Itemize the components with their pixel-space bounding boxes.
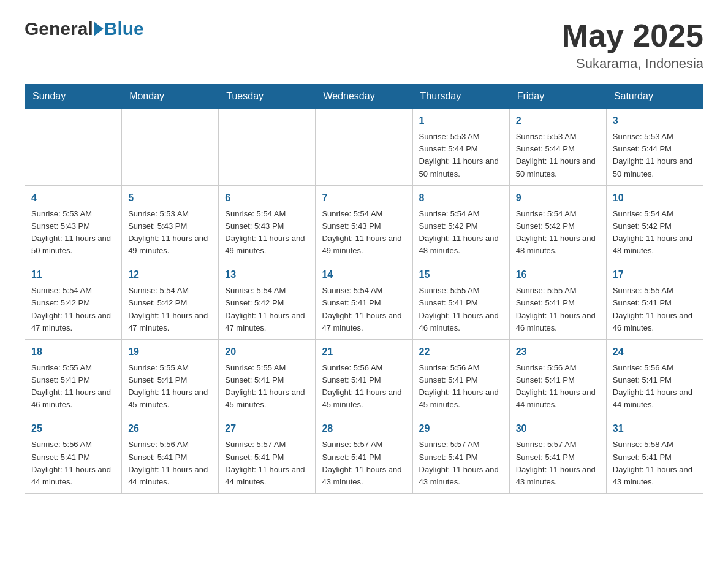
day-number: 15 [419,267,503,282]
day-info: Sunrise: 5:55 AMSunset: 5:41 PMDaylight:… [128,362,212,412]
day-number: 16 [516,267,600,282]
day-number: 5 [128,191,212,205]
day-info: Sunrise: 5:53 AMSunset: 5:44 PMDaylight:… [613,131,697,180]
day-info: Sunrise: 5:54 AMSunset: 5:43 PMDaylight:… [225,208,309,258]
day-info: Sunrise: 5:58 AMSunset: 5:41 PMDaylight:… [613,439,697,488]
day-number: 2 [516,113,600,128]
calendar-cell: 30Sunrise: 5:57 AMSunset: 5:41 PMDayligh… [509,416,606,494]
day-info: Sunrise: 5:57 AMSunset: 5:41 PMDaylight:… [419,439,503,488]
calendar-week-row: 11Sunrise: 5:54 AMSunset: 5:42 PMDayligh… [25,262,703,340]
day-info: Sunrise: 5:56 AMSunset: 5:41 PMDaylight:… [322,362,406,412]
day-info: Sunrise: 5:54 AMSunset: 5:42 PMDaylight:… [419,208,503,258]
day-number: 29 [419,421,503,436]
day-number: 19 [128,345,212,359]
day-number: 3 [613,113,697,128]
day-number: 13 [225,267,309,282]
calendar-header-row: SundayMondayTuesdayWednesdayThursdayFrid… [25,85,703,109]
calendar-week-row: 4Sunrise: 5:53 AMSunset: 5:43 PMDaylight… [25,185,703,262]
calendar-cell: 5Sunrise: 5:53 AMSunset: 5:43 PMDaylight… [122,185,219,262]
day-number: 8 [419,191,503,205]
day-number: 25 [31,421,115,436]
calendar-table: SundayMondayTuesdayWednesdayThursdayFrid… [25,84,703,494]
day-info: Sunrise: 5:56 AMSunset: 5:41 PMDaylight:… [31,439,115,488]
calendar-cell: 2Sunrise: 5:53 AMSunset: 5:44 PMDaylight… [509,109,606,186]
day-number: 22 [419,345,503,359]
day-info: Sunrise: 5:53 AMSunset: 5:43 PMDaylight:… [128,208,212,258]
calendar-cell: 22Sunrise: 5:56 AMSunset: 5:41 PMDayligh… [412,339,509,416]
calendar-cell: 9Sunrise: 5:54 AMSunset: 5:42 PMDaylight… [509,185,606,262]
day-number: 11 [31,267,115,282]
day-number: 31 [613,421,697,436]
day-number: 27 [225,421,309,436]
calendar-cell: 6Sunrise: 5:54 AMSunset: 5:43 PMDaylight… [219,185,316,262]
calendar-cell: 17Sunrise: 5:55 AMSunset: 5:41 PMDayligh… [606,262,703,340]
calendar-cell: 29Sunrise: 5:57 AMSunset: 5:41 PMDayligh… [412,416,509,494]
calendar-cell: 8Sunrise: 5:54 AMSunset: 5:42 PMDaylight… [412,185,509,262]
logo-general-text: General [25,18,93,39]
calendar-cell: 16Sunrise: 5:55 AMSunset: 5:41 PMDayligh… [509,262,606,340]
calendar-cell: 20Sunrise: 5:55 AMSunset: 5:41 PMDayligh… [219,339,316,416]
day-info: Sunrise: 5:57 AMSunset: 5:41 PMDaylight:… [322,439,406,488]
day-info: Sunrise: 5:54 AMSunset: 5:42 PMDaylight:… [31,285,115,334]
calendar-cell: 27Sunrise: 5:57 AMSunset: 5:41 PMDayligh… [219,416,316,494]
day-info: Sunrise: 5:56 AMSunset: 5:41 PMDaylight:… [613,362,697,412]
calendar-cell: 23Sunrise: 5:56 AMSunset: 5:41 PMDayligh… [509,339,606,416]
day-number: 1 [419,113,503,128]
logo-arrow-icon [94,21,104,36]
day-number: 4 [31,191,115,205]
calendar-cell [219,109,316,186]
day-number: 18 [31,345,115,359]
day-of-week-header: Monday [122,85,219,109]
calendar-week-row: 25Sunrise: 5:56 AMSunset: 5:41 PMDayligh… [25,416,703,494]
calendar-cell [122,109,219,186]
calendar-cell: 13Sunrise: 5:54 AMSunset: 5:42 PMDayligh… [219,262,316,340]
day-info: Sunrise: 5:56 AMSunset: 5:41 PMDaylight:… [128,439,212,488]
day-number: 21 [322,345,406,359]
day-info: Sunrise: 5:54 AMSunset: 5:42 PMDaylight:… [516,208,600,258]
day-of-week-header: Tuesday [219,85,316,109]
month-title: May 2025 [562,18,703,53]
calendar-cell: 26Sunrise: 5:56 AMSunset: 5:41 PMDayligh… [122,416,219,494]
calendar-cell: 11Sunrise: 5:54 AMSunset: 5:42 PMDayligh… [25,262,122,340]
calendar-cell: 4Sunrise: 5:53 AMSunset: 5:43 PMDaylight… [25,185,122,262]
day-number: 28 [322,421,406,436]
day-info: Sunrise: 5:53 AMSunset: 5:44 PMDaylight:… [516,131,600,180]
page: General Blue May 2025 Sukarama, Indonesi… [0,0,728,512]
calendar-cell: 15Sunrise: 5:55 AMSunset: 5:41 PMDayligh… [412,262,509,340]
day-of-week-header: Saturday [606,85,703,109]
calendar-cell: 3Sunrise: 5:53 AMSunset: 5:44 PMDaylight… [606,109,703,186]
calendar-cell: 19Sunrise: 5:55 AMSunset: 5:41 PMDayligh… [122,339,219,416]
day-number: 10 [613,191,697,205]
day-info: Sunrise: 5:54 AMSunset: 5:43 PMDaylight:… [322,208,406,258]
day-number: 23 [516,345,600,359]
calendar-cell: 18Sunrise: 5:55 AMSunset: 5:41 PMDayligh… [25,339,122,416]
day-info: Sunrise: 5:55 AMSunset: 5:41 PMDaylight:… [31,362,115,412]
logo: General Blue [25,18,144,39]
day-info: Sunrise: 5:55 AMSunset: 5:41 PMDaylight:… [613,285,697,334]
calendar-cell: 31Sunrise: 5:58 AMSunset: 5:41 PMDayligh… [606,416,703,494]
calendar-cell: 14Sunrise: 5:54 AMSunset: 5:41 PMDayligh… [316,262,412,340]
calendar-cell: 12Sunrise: 5:54 AMSunset: 5:42 PMDayligh… [122,262,219,340]
logo-blue-text: Blue [104,18,144,39]
day-number: 20 [225,345,309,359]
day-number: 14 [322,267,406,282]
day-info: Sunrise: 5:54 AMSunset: 5:42 PMDaylight:… [128,285,212,334]
calendar-cell: 1Sunrise: 5:53 AMSunset: 5:44 PMDaylight… [412,109,509,186]
calendar-cell: 28Sunrise: 5:57 AMSunset: 5:41 PMDayligh… [316,416,412,494]
day-number: 24 [613,345,697,359]
day-number: 6 [225,191,309,205]
calendar-week-row: 1Sunrise: 5:53 AMSunset: 5:44 PMDaylight… [25,109,703,186]
day-of-week-header: Friday [509,85,606,109]
calendar-cell [316,109,412,186]
title-area: May 2025 Sukarama, Indonesia [562,18,703,72]
day-number: 12 [128,267,212,282]
day-number: 30 [516,421,600,436]
calendar-week-row: 18Sunrise: 5:55 AMSunset: 5:41 PMDayligh… [25,339,703,416]
day-info: Sunrise: 5:53 AMSunset: 5:43 PMDaylight:… [31,208,115,258]
calendar-cell: 10Sunrise: 5:54 AMSunset: 5:42 PMDayligh… [606,185,703,262]
location: Sukarama, Indonesia [562,56,703,72]
day-info: Sunrise: 5:53 AMSunset: 5:44 PMDaylight:… [419,131,503,180]
day-number: 7 [322,191,406,205]
calendar-cell: 25Sunrise: 5:56 AMSunset: 5:41 PMDayligh… [25,416,122,494]
calendar-cell: 24Sunrise: 5:56 AMSunset: 5:41 PMDayligh… [606,339,703,416]
